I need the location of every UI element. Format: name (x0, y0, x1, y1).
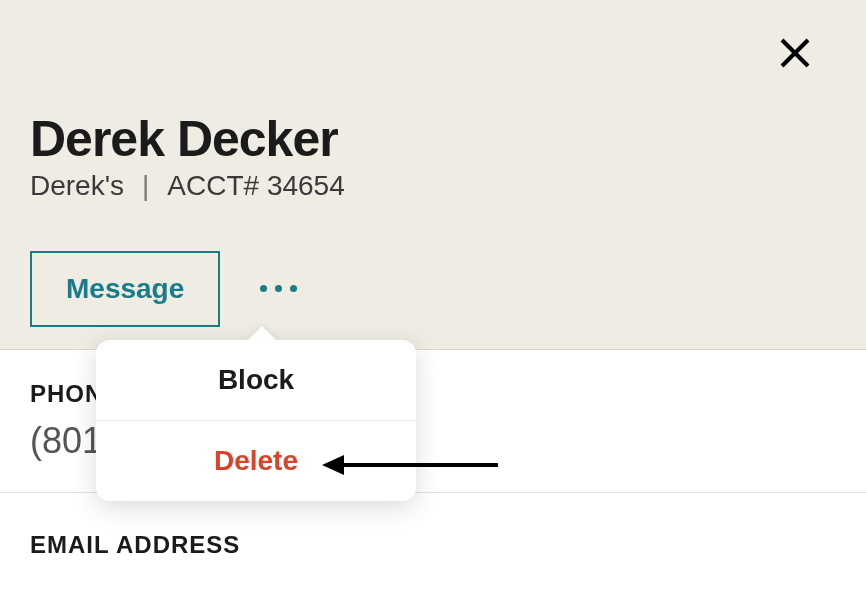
account-number: ACCT# 34654 (167, 170, 344, 202)
block-option[interactable]: Block (96, 340, 416, 420)
contact-group: Derek's (30, 170, 124, 202)
email-section-label: EMAIL ADDRESS (30, 531, 836, 559)
contact-subline: Derek's | ACCT# 34654 (30, 170, 836, 202)
message-button[interactable]: Message (30, 251, 220, 327)
separator: | (142, 170, 149, 202)
contact-name: Derek Decker (30, 110, 836, 168)
dots-icon (275, 285, 282, 292)
delete-option[interactable]: Delete (96, 421, 416, 501)
action-bar: Message (0, 228, 866, 350)
more-options-button[interactable] (250, 275, 307, 302)
more-options-popover: Block Delete (96, 340, 416, 501)
email-section: EMAIL ADDRESS (0, 493, 866, 589)
dots-icon (290, 285, 297, 292)
contact-header: Derek Decker Derek's | ACCT# 34654 (0, 0, 866, 228)
dots-icon (260, 285, 267, 292)
close-icon[interactable] (780, 38, 810, 68)
